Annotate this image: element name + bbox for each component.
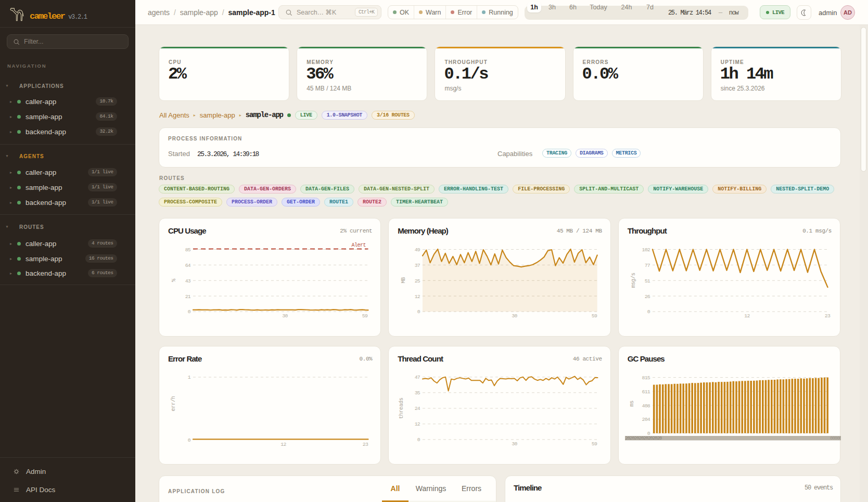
svg-text:0: 0 (188, 309, 191, 315)
svg-text:59: 59 (362, 313, 368, 319)
svg-text:12: 12 (415, 421, 420, 427)
svg-text:30: 30 (282, 313, 288, 319)
svg-text:0: 0 (188, 437, 191, 443)
svg-text:51: 51 (644, 278, 650, 284)
svg-text:2020202020202020: 2020202020202020 (625, 436, 662, 441)
svg-text:24: 24 (415, 406, 420, 411)
svg-text:59: 59 (592, 313, 597, 319)
svg-text:49: 49 (415, 247, 420, 253)
svg-text:err/h: err/h (170, 396, 176, 411)
svg-text:102: 102 (642, 247, 650, 253)
svg-text:Alert: Alert (352, 242, 366, 248)
svg-text:%: % (171, 278, 177, 282)
svg-text:35: 35 (415, 390, 420, 396)
svg-text:ms: ms (629, 401, 635, 407)
svg-text:12: 12 (280, 442, 286, 447)
svg-text:64: 64 (185, 263, 191, 268)
svg-text:23: 23 (363, 442, 368, 447)
svg-text:0: 0 (417, 309, 420, 315)
svg-text:37: 37 (415, 263, 420, 268)
svg-text:204: 204 (642, 417, 650, 422)
svg-text:23: 23 (825, 313, 831, 319)
svg-text:30: 30 (512, 313, 518, 319)
svg-text:47: 47 (415, 375, 420, 380)
svg-text:00000: 00000 (830, 436, 841, 441)
svg-text:408: 408 (642, 403, 650, 409)
svg-text:21: 21 (185, 294, 191, 300)
svg-text:0: 0 (647, 309, 650, 315)
svg-text:611: 611 (642, 389, 650, 395)
svg-text:26: 26 (644, 294, 650, 300)
svg-text:815: 815 (642, 375, 650, 381)
svg-text:0: 0 (417, 437, 420, 443)
svg-text:1: 1 (188, 375, 191, 381)
svg-text:85: 85 (185, 247, 191, 253)
svg-text:59: 59 (592, 441, 597, 447)
svg-text:msg/s: msg/s (630, 273, 636, 288)
svg-text:MB: MB (400, 277, 406, 284)
svg-text:43: 43 (185, 278, 191, 284)
svg-text:25: 25 (415, 278, 420, 284)
svg-text:30: 30 (512, 441, 518, 447)
svg-text:77: 77 (644, 263, 650, 268)
svg-text:threads: threads (398, 398, 404, 419)
svg-text:12: 12 (744, 313, 750, 319)
svg-text:12: 12 (415, 294, 420, 300)
